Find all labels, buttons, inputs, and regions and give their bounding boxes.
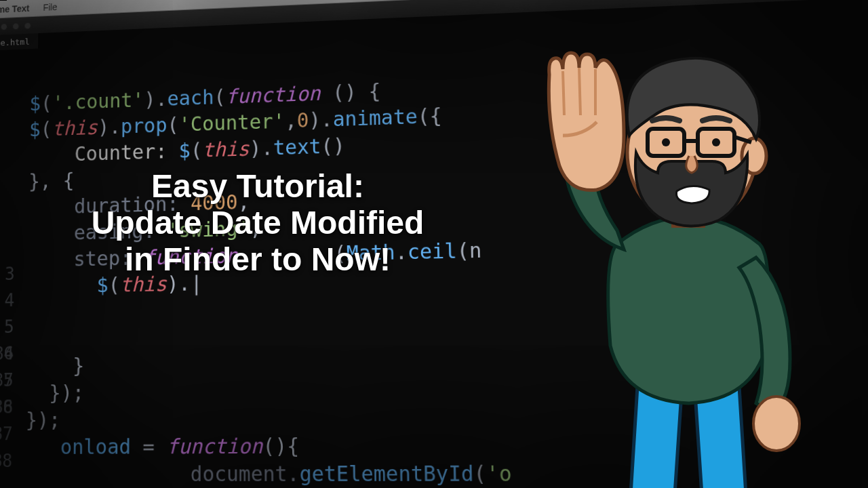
tok: (n <box>456 239 481 263</box>
tok: ). <box>144 87 167 111</box>
tok: text <box>273 135 321 160</box>
tok: this <box>52 116 98 140</box>
presenter-svg <box>522 34 848 488</box>
title-line: Easy Tutorial: <box>68 168 448 205</box>
line-no: 85 <box>0 367 14 394</box>
waving-hand-icon <box>549 53 624 190</box>
tok: , <box>285 109 297 133</box>
tok <box>25 435 60 459</box>
traffic-light-max-icon <box>24 22 31 29</box>
app-name: me Text <box>0 3 29 14</box>
tok: '.count' <box>52 88 144 114</box>
tok: function <box>167 434 263 458</box>
tok: document. <box>25 462 300 486</box>
editor-tab: e.html <box>0 33 39 51</box>
line-no: 5 <box>0 314 14 341</box>
tok: $ <box>29 92 41 115</box>
tok: onload <box>60 434 131 459</box>
tok: Counter: <box>28 139 178 167</box>
cartoon-presenter <box>522 34 848 488</box>
traffic-light-min-icon <box>12 22 19 30</box>
tok: each <box>167 85 214 110</box>
tok: ({ <box>417 104 442 128</box>
tok: = <box>131 434 167 459</box>
tok: ( <box>191 138 202 162</box>
tok: ( <box>214 85 225 108</box>
tok: }); <box>26 381 84 405</box>
tok: ( <box>41 92 52 115</box>
svg-point-9 <box>712 138 720 146</box>
tok: ). <box>250 136 273 160</box>
tok: getElementById <box>299 461 473 486</box>
tab-label: e.html <box>0 37 29 47</box>
menu-file: File <box>43 1 57 12</box>
line-no: 84 <box>0 340 14 367</box>
tok: function <box>226 81 321 108</box>
tok: 'Counter' <box>179 109 285 136</box>
tok: }); <box>26 408 61 432</box>
svg-point-8 <box>662 138 670 146</box>
tok: 0 <box>297 108 309 132</box>
tok: } <box>26 354 85 378</box>
tok: ( <box>473 461 486 486</box>
line-no: 88 <box>0 447 12 474</box>
tok: (){ <box>262 434 299 458</box>
tok: this <box>202 137 250 161</box>
tok: () { <box>320 79 380 104</box>
traffic-light-close-icon <box>1 23 7 30</box>
line-no: 87 <box>0 420 13 447</box>
tok: $ <box>29 118 41 141</box>
tok: () <box>321 134 345 158</box>
headline-title: Easy Tutorial: Update Date Modified in F… <box>68 168 448 277</box>
tok: 'o <box>486 461 512 486</box>
line-no: 4 <box>0 287 15 314</box>
title-line: in Finder to Now! <box>68 241 448 278</box>
title-line: Update Date Modified <box>68 205 448 241</box>
tok: $ <box>179 139 191 163</box>
tok: prop <box>121 113 167 138</box>
tok: ). <box>309 108 333 131</box>
line-no: 86 <box>0 394 14 421</box>
line-gutter-lower: 84 85 86 87 88 <box>0 340 20 488</box>
line-no: 3 <box>0 261 15 288</box>
tok: ( <box>41 117 52 140</box>
tok: ( <box>167 113 178 136</box>
video-frame: me Text File e.html 3 4 5 6 7 8 84 85 86… <box>0 0 868 488</box>
tok: ). <box>98 115 121 139</box>
tok: animate <box>333 104 418 131</box>
svg-point-0 <box>753 396 800 451</box>
